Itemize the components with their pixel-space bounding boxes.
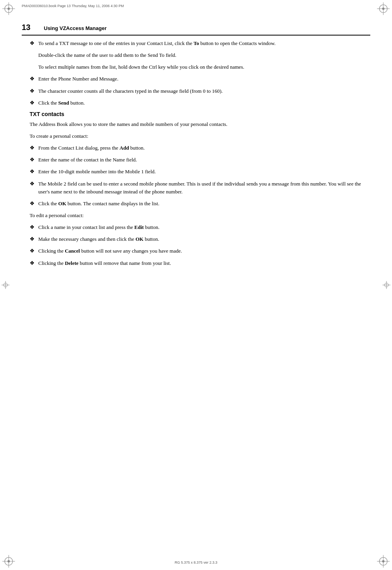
bullet-item-delete: ❖ Clicking the Delete button will remove…	[30, 259, 370, 267]
footer-text: RG 5.375 x 8.375 ver 2.3.3	[174, 561, 217, 564]
main-content: ❖ To send a TXT message to one of the en…	[30, 39, 370, 546]
bullet-item-click-edit: ❖ Click a name in your contact list and …	[30, 223, 370, 231]
left-cross-mark	[2, 281, 9, 289]
bullet-diamond-eb1: ❖	[30, 223, 38, 231]
sub-para-multiple-names: To select multiple names from the list, …	[38, 63, 370, 71]
page-header: 13 Using VZAccess Manager	[22, 23, 370, 32]
footer: RG 5.375 x 8.375 ver 2.3.3	[22, 561, 370, 564]
bullet-text-make-changes: Make the necessary changes and then clic…	[38, 235, 370, 243]
bullet-text-click-ok-create: Click the OK button. The contact name di…	[38, 200, 370, 208]
bullet-diamond-eb3: ❖	[30, 247, 38, 254]
section-para-address-book: The Address Book allows you to store the…	[30, 120, 370, 128]
right-cross-mark	[383, 281, 390, 289]
svg-point-7	[382, 8, 384, 10]
bullet-diamond-2: ❖	[30, 75, 38, 82]
bullet-diamond-eb4: ❖	[30, 259, 38, 266]
page: PMAD00336010.book Page 13 Thursday, May …	[0, 0, 392, 570]
bullet-item-click-send: ❖ Click the Send button.	[30, 99, 370, 107]
bullet-text-mobile1: Enter the 10-digit mobile number into th…	[38, 168, 370, 176]
bullet-item-make-changes: ❖ Make the necessary changes and then cl…	[30, 235, 370, 243]
section-heading-txt-contacts: TXT contacts	[30, 111, 370, 117]
header-meta: PMAD00336010.book Page 13 Thursday, May …	[22, 4, 370, 8]
bullet-item-send-txt: ❖ To send a TXT message to one of the en…	[30, 39, 370, 47]
header-rule	[22, 35, 370, 36]
bullet-item-enter-name: ❖ Enter the name of the contact in the N…	[30, 156, 370, 164]
bullet-diamond-cb1: ❖	[30, 144, 38, 151]
bullet-diamond-cb3: ❖	[30, 168, 38, 175]
section-para-create-intro: To create a personal contact:	[30, 132, 370, 140]
bullet-diamond-eb2: ❖	[30, 235, 38, 242]
reg-mark-bottom-right	[376, 554, 390, 568]
bullet-text-mobile2: The Mobile 2 field can be used to enter …	[38, 180, 370, 196]
svg-point-3	[8, 8, 10, 10]
bullet-text-click-edit: Click a name in your contact list and pr…	[38, 223, 370, 231]
bullet-text-phone-number: Enter the Phone Number and Message.	[38, 75, 370, 83]
bullet-text-send-txt: To send a TXT message to one of the entr…	[38, 39, 370, 47]
bullet-text-cancel: Clicking the Cancel button will not save…	[38, 247, 370, 255]
bullet-text-char-counter: The character counter counts all the cha…	[38, 87, 370, 95]
bullet-item-cancel: ❖ Clicking the Cancel button will not sa…	[30, 247, 370, 255]
bullet-text-enter-name: Enter the name of the contact in the Nam…	[38, 156, 370, 164]
bullet-text-click-send: Click the Send button.	[38, 99, 370, 107]
bullet-diamond-4: ❖	[30, 99, 38, 106]
reg-mark-top-left	[2, 2, 16, 16]
header-meta-text: PMAD00336010.book Page 13 Thursday, May …	[22, 4, 124, 8]
bullet-diamond-cb4: ❖	[30, 180, 38, 187]
bullet-text-add-button: From the Contact List dialog, press the …	[38, 144, 370, 152]
bullet-diamond-3: ❖	[30, 87, 38, 94]
bullet-item-add-button: ❖ From the Contact List dialog, press th…	[30, 144, 370, 152]
chapter-title: Using VZAccess Manager	[41, 25, 107, 31]
page-number: 13	[22, 23, 41, 32]
svg-point-11	[8, 560, 10, 562]
bullet-diamond-cb5: ❖	[30, 200, 38, 207]
reg-mark-top-right	[376, 2, 390, 16]
bullet-text-delete: Clicking the Delete button will remove t…	[38, 259, 370, 267]
sub-para-double-click: Double-click the name of the user to add…	[38, 51, 370, 59]
svg-point-15	[382, 560, 384, 562]
bullet-item-char-counter: ❖ The character counter counts all the c…	[30, 87, 370, 95]
edit-intro-para: To edit a personal contact:	[30, 212, 370, 219]
bullet-diamond-1: ❖	[30, 39, 38, 47]
bullet-item-mobile2: ❖ The Mobile 2 field can be used to ente…	[30, 180, 370, 196]
reg-mark-bottom-left	[2, 554, 16, 568]
bullet-item-phone-number: ❖ Enter the Phone Number and Message.	[30, 75, 370, 83]
bullet-diamond-cb2: ❖	[30, 156, 38, 163]
bullet-item-mobile1: ❖ Enter the 10-digit mobile number into …	[30, 168, 370, 176]
bullet-item-click-ok-create: ❖ Click the OK button. The contact name …	[30, 200, 370, 208]
